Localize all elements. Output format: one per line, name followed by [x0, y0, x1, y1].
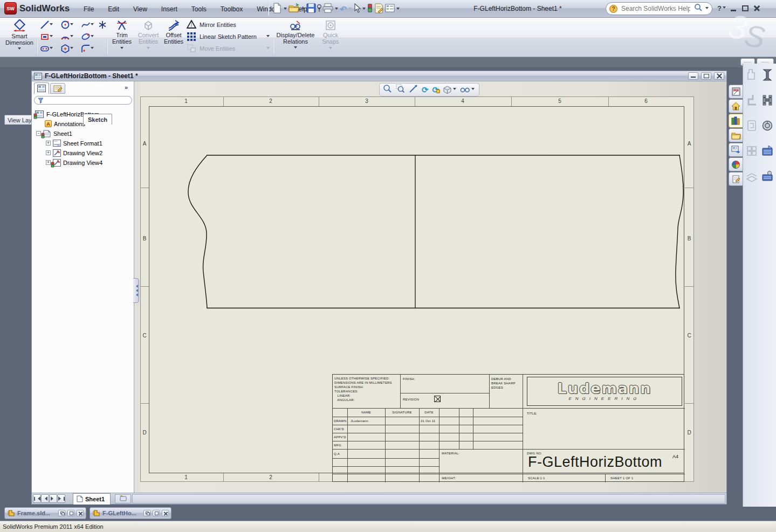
menu-insert[interactable]: Insert — [154, 5, 184, 13]
custom-properties-tab[interactable] — [729, 172, 743, 186]
slot-tool[interactable] — [40, 44, 53, 53]
options-dropdown-caret[interactable] — [396, 8, 400, 11]
rotate-view-icon[interactable]: ⟳ — [422, 86, 429, 94]
view-orientation-button[interactable] — [443, 86, 456, 94]
library-forming-tools-icon[interactable] — [745, 119, 758, 135]
menu-edit[interactable]: Edit — [101, 5, 126, 13]
line-tool[interactable] — [40, 20, 53, 30]
property-manager-tab[interactable] — [50, 83, 65, 94]
design-library-tab[interactable] — [729, 114, 743, 128]
prev-sheet-button[interactable] — [41, 494, 49, 503]
quick-snaps-button[interactable]: Quick Snaps — [318, 19, 343, 56]
mirror-entities-button[interactable]: Mirror Entities — [187, 20, 236, 29]
mini-restore-button[interactable] — [58, 510, 65, 516]
spline-tool[interactable] — [81, 20, 94, 30]
move-entities-caret[interactable] — [266, 47, 270, 51]
file-explorer-tab[interactable] — [729, 128, 743, 142]
search-box[interactable]: ? — [606, 2, 712, 15]
mini-restore-button[interactable] — [143, 510, 150, 516]
tree-item-sheet-format1[interactable]: + Sheet Format1 — [46, 139, 102, 148]
sketch-fillet-tool[interactable] — [81, 44, 94, 53]
panel-splitter-handle[interactable] — [133, 278, 139, 303]
library-toolbox-icon[interactable] — [761, 93, 774, 109]
menu-file[interactable]: File — [77, 5, 101, 13]
collapse-box[interactable]: - — [36, 131, 41, 136]
mini-maximize-button[interactable] — [153, 510, 160, 516]
select-cursor-icon[interactable] — [353, 3, 361, 15]
menu-toolbox[interactable]: Toolbox — [214, 5, 250, 13]
zoom-to-fit-icon[interactable] — [383, 84, 392, 95]
linear-sketch-pattern-button[interactable]: Linear Sketch Pattern — [187, 32, 257, 41]
rectangle-tool[interactable] — [40, 32, 53, 42]
minimize-button[interactable] — [729, 5, 738, 12]
file-properties-icon[interactable] — [374, 3, 383, 16]
library-pattern-icon[interactable] — [745, 144, 758, 160]
sheet-tab-active[interactable]: Sheet1 — [73, 493, 111, 505]
add-sheet-tab[interactable] — [115, 494, 131, 503]
doc-close-button[interactable] — [714, 72, 724, 80]
library-parts-icon[interactable] — [745, 68, 758, 84]
minimized-window-frame[interactable]: F-GLeftHo... — [90, 507, 171, 519]
save-icon[interactable] — [306, 3, 316, 15]
library-sheetmetal-icon[interactable] — [745, 169, 758, 185]
next-sheet-button[interactable] — [49, 494, 57, 503]
ellipse-tool[interactable] — [81, 32, 94, 42]
new-dropdown-caret[interactable] — [284, 8, 287, 11]
open-dropdown-caret[interactable] — [301, 8, 305, 11]
sheet-scrollbar[interactable] — [132, 494, 725, 503]
minimized-window-frame[interactable]: Frame.sld... — [4, 507, 86, 519]
first-sheet-button[interactable] — [33, 494, 41, 503]
feature-tree-tab[interactable] — [34, 82, 49, 94]
library-smart-components-icon[interactable] — [761, 144, 774, 160]
print-icon[interactable] — [322, 3, 333, 15]
polygon-tool[interactable] — [60, 44, 73, 53]
search-magnifier-icon[interactable] — [694, 3, 703, 14]
help-button[interactable]: ? — [717, 4, 726, 12]
print-dropdown-caret[interactable] — [335, 8, 338, 11]
appearances-tab[interactable] — [729, 157, 743, 171]
smart-dimension-button[interactable]: Smart Dimension — [3, 19, 36, 56]
circle-tool[interactable] — [60, 20, 73, 30]
expand-box[interactable]: + — [46, 160, 51, 165]
rebuild-traffic-light-icon[interactable] — [367, 3, 373, 15]
menu-view[interactable]: View — [126, 5, 154, 13]
offset-entities-button[interactable]: Offset Entities — [162, 19, 185, 56]
tab-sketch[interactable]: Sketch — [83, 114, 112, 125]
panel-expand-chevron[interactable]: » — [125, 84, 128, 91]
point-tool[interactable] — [98, 20, 107, 31]
library-features-icon[interactable] — [745, 93, 758, 109]
document-window-titlebar[interactable]: F-GLeftHorizBottom - Sheet1 * — [32, 71, 726, 81]
tree-item-sheet1[interactable]: - Sheet1 — [36, 129, 72, 138]
close-button[interactable] — [753, 5, 761, 12]
linear-pattern-caret[interactable] — [266, 35, 270, 39]
options-list-icon[interactable] — [385, 4, 395, 15]
mini-maximize-button[interactable] — [67, 510, 74, 516]
last-sheet-button[interactable] — [57, 494, 65, 503]
library-weldments-beam-icon[interactable] — [761, 68, 774, 84]
zoom-to-area-icon[interactable] — [396, 84, 405, 95]
convert-entities-button[interactable]: Convert Entities — [135, 19, 161, 56]
expand-box[interactable]: + — [46, 141, 51, 146]
mini-close-button[interactable] — [77, 510, 84, 516]
open-folder-icon[interactable] — [289, 3, 300, 15]
tree-item-drawing-view4[interactable]: + Drawing View4 — [46, 158, 102, 167]
menu-tools[interactable]: Tools — [184, 5, 214, 13]
maximize-button[interactable] — [741, 5, 750, 12]
expand-box[interactable]: + — [46, 150, 51, 155]
move-entities-button[interactable]: Move Entities — [187, 44, 235, 53]
redraw-icon[interactable]: ⟳ — [432, 86, 439, 94]
library-blocks-icon[interactable] — [761, 169, 774, 185]
library-routing-icon[interactable] — [761, 119, 774, 135]
display-delete-relations-button[interactable]: Display/Delete Relations — [275, 19, 316, 56]
undo-icon[interactable]: ↶ — [340, 4, 347, 15]
doc-maximize-button[interactable] — [701, 72, 711, 80]
pan-icon[interactable] — [409, 84, 418, 95]
hide-show-items-button[interactable] — [460, 86, 475, 93]
save-dropdown-caret[interactable] — [318, 8, 321, 11]
tree-filter-box[interactable] — [34, 96, 132, 105]
mini-close-button[interactable] — [162, 510, 169, 516]
new-document-icon[interactable] — [272, 3, 282, 16]
undo-dropdown-caret[interactable] — [348, 8, 352, 11]
trim-entities-button[interactable]: Trim Entities — [110, 19, 134, 56]
view-palette-tab[interactable] — [729, 143, 743, 157]
